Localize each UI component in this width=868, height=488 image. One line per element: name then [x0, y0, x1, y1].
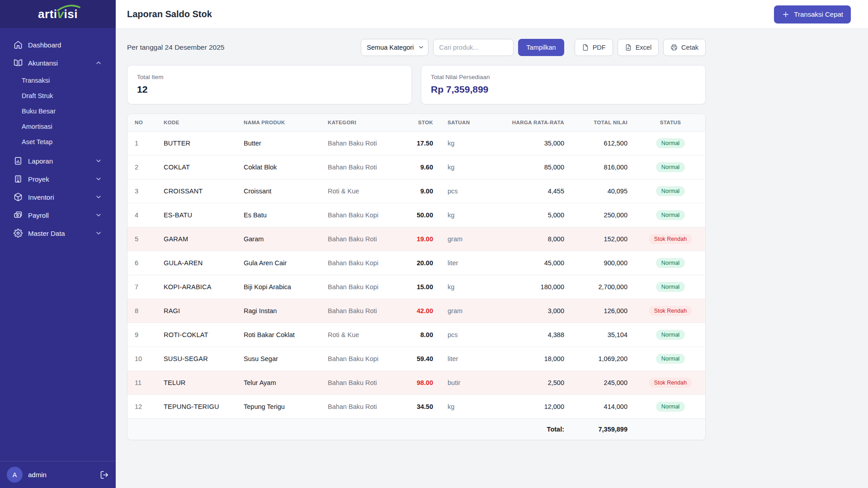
- avatar: A: [7, 467, 23, 483]
- home-icon: [14, 40, 23, 49]
- status-badge: Normal: [656, 282, 685, 292]
- file-icon: [582, 44, 589, 51]
- column-header-total-nilai: Total Nilai: [571, 114, 635, 131]
- sidebar-item-laporan[interactable]: Laporan: [7, 152, 108, 169]
- filter-bar: Per tanggal 24 Desember 2025 Semua Kateg…: [127, 39, 706, 56]
- table-row-coklat: 2COKLATCoklat BlokBahan Baku Roti9.60kg8…: [127, 155, 706, 179]
- report-icon: [14, 156, 23, 165]
- sidebar-user-area: A admin: [0, 461, 116, 488]
- column-header-satuan: Satuan: [440, 114, 499, 131]
- quick-transaction-label: Transaksi Cepat: [794, 10, 843, 18]
- sidebar-item-akuntansi[interactable]: Akuntansi: [7, 54, 108, 71]
- table-row-roti-coklat: 9ROTI-COKLATRoti Bakar CoklatRoti & Kue8…: [127, 323, 706, 347]
- status-badge: Normal: [656, 138, 685, 148]
- user-name: admin: [28, 471, 47, 479]
- table-row-susu-segar: 10SUSU-SEGARSusu SegarBahan Baku Kopi59.…: [127, 347, 706, 371]
- sidebar-nav: DashboardAkuntansiTransaksiDraft StrukBu…: [0, 28, 116, 461]
- sidebar-subitem-buku-besar[interactable]: Buku Besar: [22, 103, 108, 119]
- table-row-tepung-terigu: 12TEPUNG-TERIGUTepung TeriguBahan Baku R…: [127, 395, 706, 419]
- status-badge: Normal: [656, 186, 685, 196]
- logout-icon[interactable]: [100, 470, 109, 479]
- column-header-nama-produk: Nama Produk: [236, 114, 321, 131]
- logo-swoosh-icon: [57, 4, 80, 11]
- table-row-gula-aren: 6GULA-ARENGula Aren CairBahan Baku Kopi2…: [127, 251, 706, 275]
- total-value-amount: Rp 7,359,899: [431, 84, 696, 95]
- sidebar-subitem-aset-tetap[interactable]: Aset Tetap: [22, 134, 108, 150]
- sidebar-subitem-transaksi[interactable]: Transaksi: [22, 73, 108, 88]
- print-button[interactable]: Cetak: [663, 39, 706, 56]
- table-total-value: 7,359,899: [571, 419, 635, 440]
- chevron-down-icon: [95, 157, 102, 164]
- quick-transaction-button[interactable]: Transaksi Cepat: [774, 5, 851, 23]
- status-badge: Normal: [656, 210, 685, 220]
- sidebar-subitem-draft-struk[interactable]: Draft Struk: [22, 88, 108, 103]
- total-value-label: Total Nilai Persediaan: [431, 74, 696, 80]
- chevron-down-icon: [95, 175, 102, 183]
- column-header-no: No: [127, 114, 156, 131]
- total-item-value: 12: [137, 84, 402, 95]
- column-header-stok: Stok: [397, 114, 440, 131]
- status-badge: Stok Rendah: [649, 234, 692, 244]
- sidebar-subitem-amortisasi[interactable]: Amortisasi: [22, 119, 108, 134]
- chevron-down-icon: [95, 193, 102, 201]
- gear-icon: [14, 229, 23, 238]
- table-footer-row: Total: 7,359,899: [127, 419, 706, 440]
- main-area: Laporan Saldo Stok Transaksi Cepat Per t…: [116, 0, 868, 488]
- status-badge: Normal: [656, 162, 685, 172]
- sidebar-item-label: Payroll: [28, 211, 49, 219]
- table-total-label: Total:: [499, 419, 571, 440]
- sidebar-item-master-data[interactable]: Master Data: [7, 225, 108, 242]
- total-value-card: Total Nilai Persediaan Rp 7,359,899: [421, 65, 706, 104]
- sidebar-item-label: Proyek: [28, 175, 49, 183]
- column-header-status: Status: [635, 114, 706, 131]
- filter-controls: Semua Kategori Tampilkan PDF Excel: [361, 39, 706, 56]
- chevron-down-icon: [95, 211, 102, 219]
- table-row-ragi: 8RAGIRagi InstanBahan Baku Roti42.00gram…: [127, 299, 706, 323]
- sidebar-item-proyek[interactable]: Proyek: [7, 170, 108, 188]
- export-pdf-button[interactable]: PDF: [575, 39, 613, 56]
- status-badge: Stok Rendah: [649, 306, 692, 316]
- top-bar: Laporan Saldo Stok Transaksi Cepat: [116, 0, 868, 29]
- app-window: artivisi DashboardAkuntansiTransaksiDraf…: [0, 0, 868, 488]
- column-header-harga-rata-rata: Harga Rata-Rata: [499, 114, 571, 131]
- sidebar-submenu-akuntansi: TransaksiDraft StrukBuku BesarAmortisasi…: [7, 72, 108, 152]
- show-button[interactable]: Tampilkan: [518, 39, 564, 56]
- status-badge: Normal: [656, 402, 685, 412]
- plus-icon: [782, 10, 790, 19]
- sidebar: artivisi DashboardAkuntansiTransaksiDraf…: [0, 0, 116, 488]
- sidebar-item-label: Inventori: [28, 193, 54, 201]
- table-row-croissant: 3CROISSANTCroissantRoti & Kue9.00pcs4,45…: [127, 179, 706, 203]
- category-select[interactable]: Semua Kategori: [361, 39, 429, 56]
- content: Per tanggal 24 Desember 2025 Semua Kateg…: [116, 29, 868, 450]
- app-logo: artivisi: [38, 7, 78, 21]
- sidebar-item-label: Dashboard: [28, 41, 61, 49]
- summary-cards: Total Item 12 Total Nilai Persediaan Rp …: [127, 65, 706, 104]
- table-header-row: NoKodeNama ProdukKategoriStokSatuanHarga…: [127, 114, 706, 131]
- category-select-wrap: Semua Kategori: [361, 39, 429, 56]
- cash-icon: [14, 211, 23, 220]
- column-header-kategori: Kategori: [321, 114, 397, 131]
- table-row-butter: 1BUTTERButterBahan Baku Roti17.50kg35,00…: [127, 131, 706, 155]
- sidebar-item-label: Laporan: [28, 157, 53, 165]
- sidebar-logo-area: artivisi: [0, 0, 116, 28]
- chevron-up-icon: [95, 59, 102, 66]
- printer-icon: [670, 44, 678, 51]
- report-date-label: Per tanggal 24 Desember 2025: [127, 43, 224, 52]
- stock-table-card: NoKodeNama ProdukKategoriStokSatuanHarga…: [127, 113, 706, 440]
- table-row-kopi-arabica: 7KOPI-ARABICABiji Kopi ArabicaBahan Baku…: [127, 275, 706, 299]
- sidebar-item-label: Master Data: [28, 230, 65, 237]
- sidebar-item-label: Akuntansi: [28, 59, 58, 67]
- table-row-telur: 11TELURTelur AyamBahan Baku Roti98.00but…: [127, 371, 706, 395]
- sidebar-item-dashboard[interactable]: Dashboard: [7, 36, 108, 53]
- total-item-card: Total Item 12: [127, 65, 412, 104]
- building-icon: [14, 174, 23, 183]
- status-badge: Normal: [656, 258, 685, 268]
- table-row-garam: 5GARAMGaramBahan Baku Roti19.00gram8,000…: [127, 227, 706, 251]
- export-excel-button[interactable]: Excel: [618, 39, 659, 56]
- sidebar-item-inventori[interactable]: Inventori: [7, 188, 108, 206]
- stock-table: NoKodeNama ProdukKategoriStokSatuanHarga…: [127, 114, 706, 440]
- file-chart-icon: [625, 44, 632, 51]
- sidebar-item-payroll[interactable]: Payroll: [7, 206, 108, 224]
- search-input[interactable]: [433, 39, 514, 56]
- status-badge: Normal: [656, 330, 685, 340]
